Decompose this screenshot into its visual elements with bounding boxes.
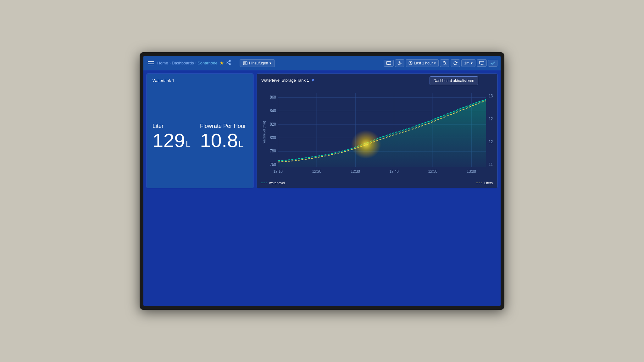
- legend-liters-label: Liters: [484, 181, 493, 185]
- svg-text:120: 120: [489, 139, 493, 144]
- star-icon[interactable]: ★: [219, 60, 224, 66]
- legend-waterlevel-line: [261, 183, 268, 183]
- tooltip-box: Dashboard aktualisieren: [430, 76, 478, 85]
- topbar-left: Home › Dashboards › Sonarnode ★: [147, 59, 382, 68]
- breadcrumb-sonarnode[interactable]: Sonarnode: [197, 61, 218, 65]
- time-range-label: Last 1 hour: [414, 61, 433, 65]
- svg-text:12:10: 12:10: [274, 169, 283, 174]
- svg-line-4: [227, 63, 229, 64]
- liter-number: 129: [153, 131, 185, 150]
- hinzufuegen-button[interactable]: Hinzufügen ▾: [240, 59, 275, 67]
- breadcrumb-dashboards[interactable]: Dashboards: [172, 61, 194, 65]
- liter-value-display: 129 L: [153, 131, 191, 150]
- settings-icon-btn[interactable]: [395, 59, 404, 67]
- stats-grid: Liter 129 L Flowrate Per Hour 10.8 L: [153, 89, 247, 184]
- svg-text:130: 130: [489, 93, 493, 98]
- monitor-screen: Home › Dashboards › Sonarnode ★: [143, 56, 501, 306]
- hinzufuegen-label: Hinzufügen: [249, 61, 268, 65]
- svg-point-2: [226, 62, 227, 63]
- chart-area: waterlevel (mm): [261, 85, 493, 179]
- svg-text:760: 760: [270, 162, 276, 167]
- heart-icon[interactable]: ♥: [312, 78, 314, 83]
- monitor-icon-btn[interactable]: [477, 59, 487, 67]
- hamburger-icon[interactable]: [147, 59, 155, 68]
- svg-line-3: [227, 61, 229, 63]
- flowrate-stat: Flowrate Per Hour 10.8 L: [200, 123, 246, 150]
- check-icon-btn[interactable]: [488, 60, 497, 67]
- flowrate-value-display: 10.8 L: [200, 131, 246, 150]
- legend-liters: Liters: [476, 181, 493, 185]
- liter-stat: Liter 129 L: [153, 123, 191, 150]
- svg-text:780: 780: [270, 148, 276, 153]
- legend-liters-line: [476, 183, 483, 183]
- time-range-chevron: ▾: [434, 61, 436, 65]
- zoom-out-icon-btn[interactable]: [440, 59, 449, 67]
- dashboard-content: Watertank 1 Liter 129 L Flowrate Per Hou…: [143, 70, 501, 191]
- share-icon[interactable]: [226, 60, 231, 66]
- svg-point-1: [229, 63, 230, 65]
- svg-rect-19: [480, 61, 484, 64]
- chart-svg: 760 780 800 820 840 860 115 120 125 130: [266, 85, 493, 179]
- svg-line-15: [411, 63, 412, 64]
- svg-text:12:40: 12:40: [390, 169, 399, 174]
- svg-text:12:30: 12:30: [351, 169, 360, 174]
- hinzufuegen-chevron: ▾: [269, 61, 271, 65]
- flowrate-label: Flowrate Per Hour: [200, 123, 246, 129]
- tooltip-text: Dashboard aktualisieren: [434, 79, 474, 83]
- refresh-icon-btn[interactable]: [451, 59, 460, 67]
- breadcrumb-sep1: ›: [169, 61, 171, 65]
- svg-text:125: 125: [489, 116, 493, 121]
- breadcrumb-home[interactable]: Home: [157, 61, 168, 65]
- svg-text:820: 820: [270, 122, 276, 127]
- stat-row-labels: Liter 129 L Flowrate Per Hour 10.8 L: [153, 123, 247, 150]
- svg-text:13:00: 13:00: [467, 169, 476, 174]
- topbar: Home › Dashboards › Sonarnode ★: [143, 56, 501, 70]
- flowrate-number: 10.8: [200, 131, 238, 150]
- interval-btn[interactable]: 1m ▾: [461, 59, 475, 67]
- flowrate-unit: L: [239, 140, 244, 149]
- chart-title: Waterlevel Storage Tank 1: [261, 78, 309, 83]
- svg-text:115: 115: [489, 162, 493, 167]
- legend-waterlevel: waterlevel: [261, 181, 285, 185]
- liter-unit: L: [186, 140, 191, 149]
- svg-line-17: [446, 64, 447, 65]
- svg-text:800: 800: [270, 135, 276, 140]
- svg-point-0: [229, 60, 230, 62]
- chart-panel: Waterlevel Storage Tank 1 ♥ Dashboard ak…: [257, 74, 497, 188]
- tv-icon-btn[interactable]: [384, 60, 394, 67]
- topbar-right: Last 1 hour ▾: [384, 59, 497, 67]
- svg-text:12:20: 12:20: [312, 169, 321, 174]
- svg-point-50: [351, 130, 381, 159]
- monitor-outer: Home › Dashboards › Sonarnode ★: [140, 52, 504, 310]
- breadcrumb: Home › Dashboards › Sonarnode: [157, 61, 218, 65]
- watertank-title: Watertank 1: [153, 78, 247, 83]
- liter-label: Liter: [153, 123, 191, 129]
- interval-label: 1m: [464, 61, 469, 65]
- watertank-panel: Watertank 1 Liter 129 L Flowrate Per Hou…: [147, 74, 253, 188]
- svg-text:840: 840: [270, 108, 276, 113]
- interval-chevron: ▾: [471, 61, 473, 65]
- y-axis-label: waterlevel (mm): [261, 121, 266, 143]
- breadcrumb-sep2: ›: [195, 61, 196, 65]
- legend-waterlevel-label: waterlevel: [269, 181, 285, 185]
- svg-text:860: 860: [270, 95, 276, 100]
- svg-rect-9: [386, 62, 391, 64]
- chart-inner: 760 780 800 820 840 860 115 120 125 130: [266, 85, 493, 179]
- svg-point-12: [399, 62, 400, 63]
- chart-legend: waterlevel Liters: [261, 179, 493, 185]
- dashboard-bottom: [143, 191, 501, 306]
- svg-text:12:50: 12:50: [428, 169, 437, 174]
- time-range-btn[interactable]: Last 1 hour ▾: [406, 59, 439, 67]
